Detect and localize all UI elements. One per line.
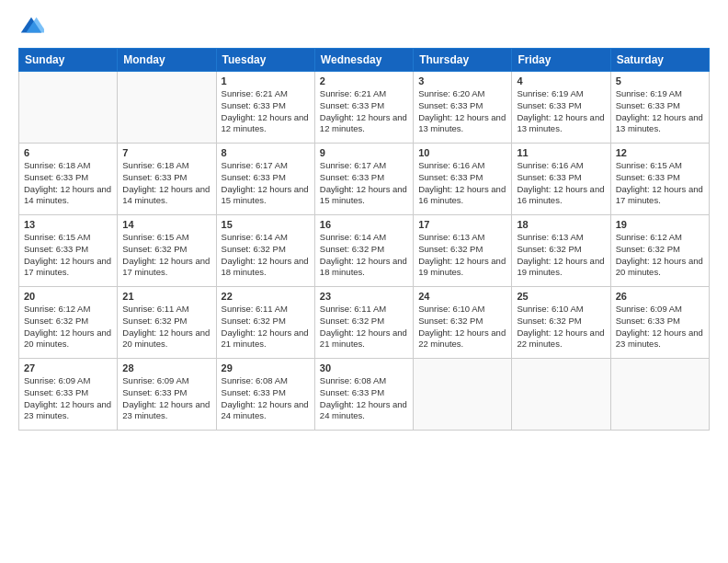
day-info: Sunrise: 6:09 AM Sunset: 6:33 PM Dayligh…: [24, 375, 112, 422]
calendar-cell: 21Sunrise: 6:11 AM Sunset: 6:32 PM Dayli…: [118, 287, 216, 359]
calendar-cell: 20Sunrise: 6:12 AM Sunset: 6:32 PM Dayli…: [19, 287, 118, 359]
day-number: 2: [320, 75, 408, 86]
day-of-week-header: Friday: [512, 49, 610, 72]
day-number: 7: [122, 147, 210, 158]
day-number: 15: [222, 219, 310, 230]
day-info: Sunrise: 6:12 AM Sunset: 6:32 PM Dayligh…: [616, 232, 704, 279]
calendar-cell: [610, 359, 709, 431]
day-number: 1: [222, 75, 310, 86]
day-number: 3: [418, 75, 506, 86]
day-number: 16: [320, 219, 408, 230]
day-number: 23: [320, 291, 408, 302]
calendar-body: 1Sunrise: 6:21 AM Sunset: 6:33 PM Daylig…: [19, 72, 710, 431]
day-of-week-header: Monday: [118, 49, 216, 72]
day-info: Sunrise: 6:15 AM Sunset: 6:33 PM Dayligh…: [616, 160, 704, 207]
day-info: Sunrise: 6:14 AM Sunset: 6:32 PM Dayligh…: [222, 232, 310, 279]
day-info: Sunrise: 6:10 AM Sunset: 6:32 PM Dayligh…: [517, 304, 605, 350]
day-of-week-header: Thursday: [414, 49, 512, 72]
day-info: Sunrise: 6:09 AM Sunset: 6:33 PM Dayligh…: [122, 375, 210, 422]
day-number: 12: [616, 147, 704, 158]
day-number: 30: [320, 362, 408, 373]
calendar-cell: [118, 72, 216, 144]
day-number: 22: [222, 291, 310, 302]
day-number: 24: [418, 291, 506, 302]
day-info: Sunrise: 6:19 AM Sunset: 6:33 PM Dayligh…: [616, 88, 704, 135]
day-info: Sunrise: 6:15 AM Sunset: 6:33 PM Dayligh…: [24, 232, 112, 279]
calendar-cell: 19Sunrise: 6:12 AM Sunset: 6:32 PM Dayli…: [610, 215, 709, 287]
day-number: 27: [24, 362, 112, 373]
day-number: 20: [24, 291, 112, 302]
page: SundayMondayTuesdayWednesdayThursdayFrid…: [0, 0, 728, 563]
calendar-cell: 7Sunrise: 6:18 AM Sunset: 6:33 PM Daylig…: [118, 144, 216, 215]
day-info: Sunrise: 6:13 AM Sunset: 6:32 PM Dayligh…: [517, 232, 605, 279]
day-number: 21: [122, 291, 210, 302]
day-number: 28: [122, 362, 210, 373]
day-info: Sunrise: 6:19 AM Sunset: 6:33 PM Dayligh…: [517, 88, 605, 135]
day-number: 10: [418, 147, 506, 158]
calendar-cell: 5Sunrise: 6:19 AM Sunset: 6:33 PM Daylig…: [610, 72, 709, 144]
calendar-cell: 6Sunrise: 6:18 AM Sunset: 6:33 PM Daylig…: [19, 144, 118, 215]
calendar-cell: 10Sunrise: 6:16 AM Sunset: 6:33 PM Dayli…: [414, 144, 512, 215]
calendar-cell: 30Sunrise: 6:08 AM Sunset: 6:33 PM Dayli…: [314, 359, 413, 431]
day-info: Sunrise: 6:15 AM Sunset: 6:32 PM Dayligh…: [122, 232, 210, 279]
day-info: Sunrise: 6:11 AM Sunset: 6:32 PM Dayligh…: [320, 304, 408, 350]
week-row: 20Sunrise: 6:12 AM Sunset: 6:32 PM Dayli…: [19, 287, 710, 359]
calendar-cell: 22Sunrise: 6:11 AM Sunset: 6:32 PM Dayli…: [216, 287, 314, 359]
week-row: 1Sunrise: 6:21 AM Sunset: 6:33 PM Daylig…: [19, 72, 710, 144]
week-row: 6Sunrise: 6:18 AM Sunset: 6:33 PM Daylig…: [19, 144, 710, 215]
day-info: Sunrise: 6:16 AM Sunset: 6:33 PM Dayligh…: [418, 160, 506, 207]
day-of-week-header: Wednesday: [314, 49, 413, 72]
calendar-cell: 12Sunrise: 6:15 AM Sunset: 6:33 PM Dayli…: [610, 144, 709, 215]
calendar-cell: 27Sunrise: 6:09 AM Sunset: 6:33 PM Dayli…: [19, 359, 118, 431]
day-number: 18: [517, 219, 605, 230]
day-number: 17: [418, 219, 506, 230]
calendar-cell: 9Sunrise: 6:17 AM Sunset: 6:33 PM Daylig…: [314, 144, 413, 215]
day-number: 8: [222, 147, 310, 158]
day-number: 13: [24, 219, 112, 230]
calendar-cell: 28Sunrise: 6:09 AM Sunset: 6:33 PM Dayli…: [118, 359, 216, 431]
day-of-week-header: Tuesday: [216, 49, 314, 72]
day-number: 29: [222, 362, 310, 373]
day-number: 14: [122, 219, 210, 230]
calendar-cell: 16Sunrise: 6:14 AM Sunset: 6:32 PM Dayli…: [314, 215, 413, 287]
calendar-cell: [19, 72, 118, 144]
calendar-cell: 26Sunrise: 6:09 AM Sunset: 6:33 PM Dayli…: [610, 287, 709, 359]
day-info: Sunrise: 6:20 AM Sunset: 6:33 PM Dayligh…: [418, 88, 506, 135]
day-info: Sunrise: 6:21 AM Sunset: 6:33 PM Dayligh…: [222, 88, 310, 135]
calendar-cell: 11Sunrise: 6:16 AM Sunset: 6:33 PM Dayli…: [512, 144, 610, 215]
day-number: 9: [320, 147, 408, 158]
day-info: Sunrise: 6:14 AM Sunset: 6:32 PM Dayligh…: [320, 232, 408, 279]
calendar-cell: 14Sunrise: 6:15 AM Sunset: 6:32 PM Dayli…: [118, 215, 216, 287]
day-info: Sunrise: 6:08 AM Sunset: 6:33 PM Dayligh…: [320, 375, 408, 422]
day-number: 26: [616, 291, 704, 302]
calendar-cell: 23Sunrise: 6:11 AM Sunset: 6:32 PM Dayli…: [314, 287, 413, 359]
day-number: 6: [24, 147, 112, 158]
calendar-cell: 25Sunrise: 6:10 AM Sunset: 6:32 PM Dayli…: [512, 287, 610, 359]
header: [18, 15, 710, 40]
week-row: 27Sunrise: 6:09 AM Sunset: 6:33 PM Dayli…: [19, 359, 710, 431]
day-info: Sunrise: 6:21 AM Sunset: 6:33 PM Dayligh…: [320, 88, 408, 135]
calendar-cell: 1Sunrise: 6:21 AM Sunset: 6:33 PM Daylig…: [216, 72, 314, 144]
day-of-week-header: Saturday: [610, 49, 709, 72]
day-info: Sunrise: 6:10 AM Sunset: 6:32 PM Dayligh…: [418, 304, 506, 350]
header-row: SundayMondayTuesdayWednesdayThursdayFrid…: [19, 49, 710, 72]
day-number: 19: [616, 219, 704, 230]
calendar-cell: 17Sunrise: 6:13 AM Sunset: 6:32 PM Dayli…: [414, 215, 512, 287]
day-of-week-header: Sunday: [19, 49, 118, 72]
logo-icon: [18, 15, 44, 40]
calendar-cell: 4Sunrise: 6:19 AM Sunset: 6:33 PM Daylig…: [512, 72, 610, 144]
day-info: Sunrise: 6:16 AM Sunset: 6:33 PM Dayligh…: [517, 160, 605, 207]
calendar-cell: [414, 359, 512, 431]
calendar-cell: 29Sunrise: 6:08 AM Sunset: 6:33 PM Dayli…: [216, 359, 314, 431]
day-info: Sunrise: 6:13 AM Sunset: 6:32 PM Dayligh…: [418, 232, 506, 279]
day-number: 11: [517, 147, 605, 158]
day-number: 4: [517, 75, 605, 86]
calendar-cell: [512, 359, 610, 431]
calendar-cell: 8Sunrise: 6:17 AM Sunset: 6:33 PM Daylig…: [216, 144, 314, 215]
calendar-cell: 18Sunrise: 6:13 AM Sunset: 6:32 PM Dayli…: [512, 215, 610, 287]
day-info: Sunrise: 6:17 AM Sunset: 6:33 PM Dayligh…: [222, 160, 310, 207]
day-info: Sunrise: 6:09 AM Sunset: 6:33 PM Dayligh…: [616, 304, 704, 350]
calendar-cell: 13Sunrise: 6:15 AM Sunset: 6:33 PM Dayli…: [19, 215, 118, 287]
day-info: Sunrise: 6:18 AM Sunset: 6:33 PM Dayligh…: [122, 160, 210, 207]
calendar: SundayMondayTuesdayWednesdayThursdayFrid…: [18, 48, 710, 431]
